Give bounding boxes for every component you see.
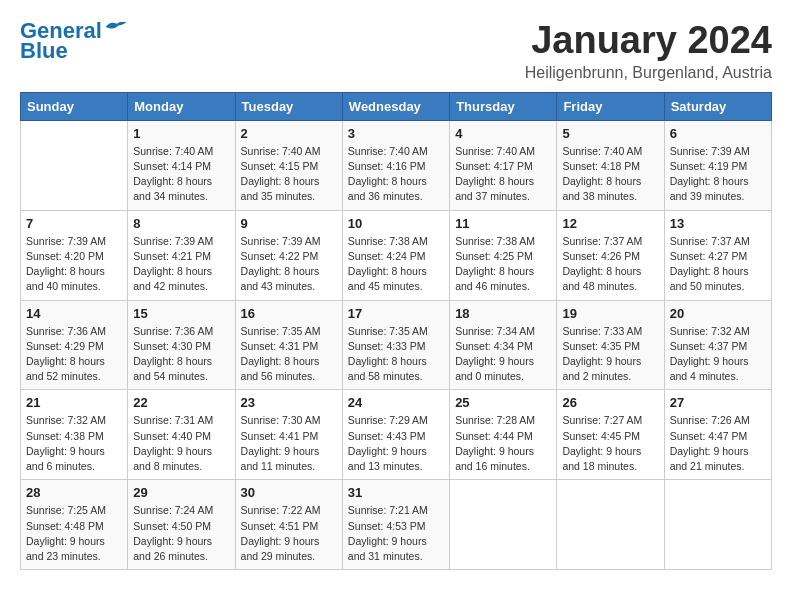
sunset-label: Sunset: bbox=[670, 250, 709, 262]
calendar-cell: 18 Sunrise: 7:34 AM Sunset: 4:34 PM Dayl… bbox=[450, 300, 557, 390]
calendar-cell: 15 Sunrise: 7:36 AM Sunset: 4:30 PM Dayl… bbox=[128, 300, 235, 390]
day-number: 20 bbox=[670, 306, 766, 321]
sunset-value: 4:30 PM bbox=[172, 340, 211, 352]
daylight-label: Daylight: 9 hours and 4 minutes. bbox=[670, 355, 749, 382]
day-number: 18 bbox=[455, 306, 551, 321]
daylight-label: Daylight: 8 hours and 46 minutes. bbox=[455, 265, 534, 292]
daylight-label: Daylight: 9 hours and 29 minutes. bbox=[241, 535, 320, 562]
sunrise-label: Sunrise: bbox=[562, 414, 603, 426]
day-info: Sunrise: 7:32 AM Sunset: 4:37 PM Dayligh… bbox=[670, 324, 766, 385]
sunrise-value: 7:32 AM bbox=[67, 414, 106, 426]
day-number: 14 bbox=[26, 306, 122, 321]
sunset-value: 4:26 PM bbox=[601, 250, 640, 262]
day-info: Sunrise: 7:29 AM Sunset: 4:43 PM Dayligh… bbox=[348, 413, 444, 474]
day-info: Sunrise: 7:37 AM Sunset: 4:27 PM Dayligh… bbox=[670, 234, 766, 295]
logo-blue: Blue bbox=[20, 38, 68, 63]
sunset-label: Sunset: bbox=[562, 160, 601, 172]
week-row-3: 14 Sunrise: 7:36 AM Sunset: 4:29 PM Dayl… bbox=[21, 300, 772, 390]
day-info: Sunrise: 7:22 AM Sunset: 4:51 PM Dayligh… bbox=[241, 503, 337, 564]
calendar-cell: 5 Sunrise: 7:40 AM Sunset: 4:18 PM Dayli… bbox=[557, 120, 664, 210]
sunrise-label: Sunrise: bbox=[455, 325, 496, 337]
day-info: Sunrise: 7:40 AM Sunset: 4:14 PM Dayligh… bbox=[133, 144, 229, 205]
day-info: Sunrise: 7:28 AM Sunset: 4:44 PM Dayligh… bbox=[455, 413, 551, 474]
sunrise-label: Sunrise: bbox=[26, 414, 67, 426]
day-number: 10 bbox=[348, 216, 444, 231]
sunset-label: Sunset: bbox=[133, 250, 172, 262]
sunrise-label: Sunrise: bbox=[455, 414, 496, 426]
daylight-label: Daylight: 8 hours and 34 minutes. bbox=[133, 175, 212, 202]
day-info: Sunrise: 7:30 AM Sunset: 4:41 PM Dayligh… bbox=[241, 413, 337, 474]
day-number: 31 bbox=[348, 485, 444, 500]
calendar-cell bbox=[664, 480, 771, 570]
daylight-label: Daylight: 8 hours and 48 minutes. bbox=[562, 265, 641, 292]
day-info: Sunrise: 7:26 AM Sunset: 4:47 PM Dayligh… bbox=[670, 413, 766, 474]
daylight-label: Daylight: 8 hours and 52 minutes. bbox=[26, 355, 105, 382]
daylight-label: Daylight: 8 hours and 43 minutes. bbox=[241, 265, 320, 292]
sunrise-label: Sunrise: bbox=[348, 414, 389, 426]
calendar-cell: 10 Sunrise: 7:38 AM Sunset: 4:24 PM Dayl… bbox=[342, 210, 449, 300]
sunset-label: Sunset: bbox=[241, 430, 280, 442]
day-number: 15 bbox=[133, 306, 229, 321]
calendar-cell: 17 Sunrise: 7:35 AM Sunset: 4:33 PM Dayl… bbox=[342, 300, 449, 390]
sunset-label: Sunset: bbox=[455, 250, 494, 262]
sunrise-label: Sunrise: bbox=[455, 145, 496, 157]
daylight-label: Daylight: 8 hours and 45 minutes. bbox=[348, 265, 427, 292]
sunrise-label: Sunrise: bbox=[670, 325, 711, 337]
day-info: Sunrise: 7:35 AM Sunset: 4:31 PM Dayligh… bbox=[241, 324, 337, 385]
calendar-cell: 2 Sunrise: 7:40 AM Sunset: 4:15 PM Dayli… bbox=[235, 120, 342, 210]
day-info: Sunrise: 7:40 AM Sunset: 4:18 PM Dayligh… bbox=[562, 144, 658, 205]
day-info: Sunrise: 7:40 AM Sunset: 4:16 PM Dayligh… bbox=[348, 144, 444, 205]
day-number: 4 bbox=[455, 126, 551, 141]
header-day-wednesday: Wednesday bbox=[342, 92, 449, 120]
sunset-label: Sunset: bbox=[455, 430, 494, 442]
sunrise-value: 7:32 AM bbox=[711, 325, 750, 337]
daylight-label: Daylight: 9 hours and 2 minutes. bbox=[562, 355, 641, 382]
sunrise-value: 7:25 AM bbox=[67, 504, 106, 516]
sunrise-label: Sunrise: bbox=[133, 504, 174, 516]
calendar-cell: 26 Sunrise: 7:27 AM Sunset: 4:45 PM Dayl… bbox=[557, 390, 664, 480]
calendar-cell: 11 Sunrise: 7:38 AM Sunset: 4:25 PM Dayl… bbox=[450, 210, 557, 300]
sunset-value: 4:17 PM bbox=[494, 160, 533, 172]
day-number: 6 bbox=[670, 126, 766, 141]
sunset-label: Sunset: bbox=[455, 160, 494, 172]
day-number: 7 bbox=[26, 216, 122, 231]
day-number: 1 bbox=[133, 126, 229, 141]
calendar-cell: 8 Sunrise: 7:39 AM Sunset: 4:21 PM Dayli… bbox=[128, 210, 235, 300]
sunrise-label: Sunrise: bbox=[133, 325, 174, 337]
sunrise-value: 7:39 AM bbox=[282, 235, 321, 247]
sunrise-label: Sunrise: bbox=[670, 414, 711, 426]
daylight-label: Daylight: 8 hours and 54 minutes. bbox=[133, 355, 212, 382]
sunset-value: 4:40 PM bbox=[172, 430, 211, 442]
sunrise-label: Sunrise: bbox=[241, 235, 282, 247]
header: General Blue January 2024 Heiligenbrunn,… bbox=[20, 20, 772, 82]
calendar-cell: 31 Sunrise: 7:21 AM Sunset: 4:53 PM Dayl… bbox=[342, 480, 449, 570]
day-info: Sunrise: 7:37 AM Sunset: 4:26 PM Dayligh… bbox=[562, 234, 658, 295]
sunset-value: 4:33 PM bbox=[386, 340, 425, 352]
sunset-value: 4:45 PM bbox=[601, 430, 640, 442]
day-info: Sunrise: 7:31 AM Sunset: 4:40 PM Dayligh… bbox=[133, 413, 229, 474]
sunset-value: 4:43 PM bbox=[386, 430, 425, 442]
sunrise-value: 7:27 AM bbox=[604, 414, 643, 426]
calendar-cell: 25 Sunrise: 7:28 AM Sunset: 4:44 PM Dayl… bbox=[450, 390, 557, 480]
sunrise-value: 7:35 AM bbox=[389, 325, 428, 337]
sunrise-label: Sunrise: bbox=[133, 414, 174, 426]
sunset-value: 4:41 PM bbox=[279, 430, 318, 442]
sunset-value: 4:16 PM bbox=[386, 160, 425, 172]
day-number: 11 bbox=[455, 216, 551, 231]
header-day-monday: Monday bbox=[128, 92, 235, 120]
sunset-label: Sunset: bbox=[133, 340, 172, 352]
sunrise-label: Sunrise: bbox=[562, 145, 603, 157]
sunrise-label: Sunrise: bbox=[348, 145, 389, 157]
daylight-label: Daylight: 9 hours and 23 minutes. bbox=[26, 535, 105, 562]
sunset-value: 4:20 PM bbox=[65, 250, 104, 262]
sunset-label: Sunset: bbox=[26, 430, 65, 442]
day-info: Sunrise: 7:25 AM Sunset: 4:48 PM Dayligh… bbox=[26, 503, 122, 564]
day-info: Sunrise: 7:27 AM Sunset: 4:45 PM Dayligh… bbox=[562, 413, 658, 474]
sunset-value: 4:53 PM bbox=[386, 520, 425, 532]
day-info: Sunrise: 7:40 AM Sunset: 4:15 PM Dayligh… bbox=[241, 144, 337, 205]
sunrise-value: 7:38 AM bbox=[389, 235, 428, 247]
sunset-label: Sunset: bbox=[133, 160, 172, 172]
day-number: 29 bbox=[133, 485, 229, 500]
sunrise-value: 7:37 AM bbox=[604, 235, 643, 247]
header-day-friday: Friday bbox=[557, 92, 664, 120]
